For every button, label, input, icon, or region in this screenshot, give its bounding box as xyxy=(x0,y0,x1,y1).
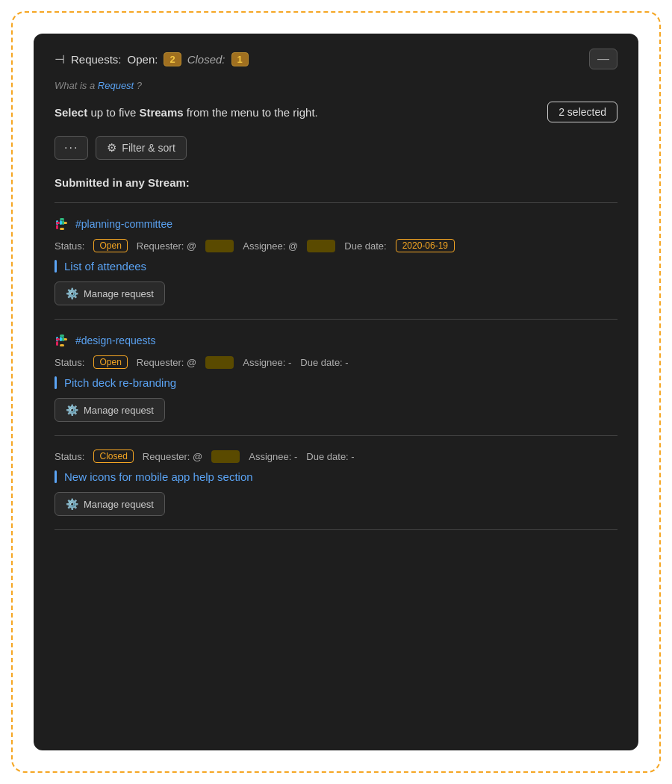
channel-row-1: #planning-committee xyxy=(55,217,617,231)
panel-content: ⊣ Requests: Open: 2 Closed: 1 — What is … xyxy=(34,34,638,750)
assignee-label-3: Assignee: - xyxy=(249,451,297,462)
select-suffix: from the menu to the right. xyxy=(187,106,318,119)
subtitle-prefix: What is a xyxy=(55,80,98,91)
manage-label-3: Manage request xyxy=(84,499,154,510)
svg-rect-15 xyxy=(62,337,64,341)
status-badge-3: Closed xyxy=(93,449,133,463)
closed-count-badge: 1 xyxy=(231,52,249,66)
meta-row-3: Status: Closed Requester: @ Assignee: - … xyxy=(55,449,617,463)
svg-rect-13 xyxy=(56,338,60,340)
status-label-3: Status: xyxy=(55,451,84,462)
status-label-2: Status: xyxy=(55,357,84,368)
title-bar-1: List of attendees xyxy=(55,260,617,273)
main-panel: ⊣ Requests: Open: 2 Closed: 1 — What is … xyxy=(34,34,638,750)
svg-rect-7 xyxy=(62,220,64,225)
svg-rect-11 xyxy=(60,344,64,346)
manage-button-2[interactable]: ⚙️ Manage request xyxy=(55,398,165,422)
divider-4 xyxy=(55,529,617,530)
svg-rect-6 xyxy=(60,220,62,225)
select-streams-row: Select up to five Streams from the menu … xyxy=(55,102,617,122)
header-row: ⊣ Requests: Open: 2 Closed: 1 — xyxy=(55,49,617,69)
due-date-value-1: 2020-06-19 xyxy=(396,239,455,252)
filter-sort-button[interactable]: ⚙ Filter & sort xyxy=(96,136,187,160)
request-title-3[interactable]: New icons for mobile app help section xyxy=(64,470,253,483)
slack-icon-1 xyxy=(55,217,69,231)
closed-label: Closed: xyxy=(187,53,225,66)
assignee-label-1: Assignee: @ xyxy=(243,240,298,252)
request-card-3: Status: Closed Requester: @ Assignee: - … xyxy=(55,449,617,516)
request-link[interactable]: Request xyxy=(98,80,134,91)
assignee-label-2: Assignee: - xyxy=(243,357,291,368)
assignee-value-1 xyxy=(307,240,335,252)
due-date-label-1: Due date: xyxy=(344,240,386,252)
status-badge-2: Open xyxy=(93,355,127,369)
channel-name-2[interactable]: #design-requests xyxy=(75,335,155,346)
status-label-1: Status: xyxy=(55,240,84,252)
gear-icon-3: ⚙️ xyxy=(66,498,78,510)
select-word: Select xyxy=(55,106,87,119)
due-date-label-2: Due date: - xyxy=(300,357,348,368)
dots-button[interactable]: ··· xyxy=(55,136,88,160)
request-title-1[interactable]: List of attendees xyxy=(64,260,146,273)
requester-label-1: Requester: @ xyxy=(137,240,196,252)
requester-value-1 xyxy=(205,240,234,252)
request-card-1: #planning-committee Status: Open Request… xyxy=(55,217,617,305)
open-label: Open: xyxy=(128,53,158,66)
manage-button-3[interactable]: ⚙️ Manage request xyxy=(55,492,165,516)
svg-rect-5 xyxy=(56,222,60,224)
svg-rect-0 xyxy=(56,225,58,229)
filter-sort-label: Filter & sort xyxy=(122,142,175,154)
manage-label-2: Manage request xyxy=(84,405,154,416)
title-bar-3: New icons for mobile app help section xyxy=(55,470,617,483)
title-bar-2: Pitch deck re-branding xyxy=(55,376,617,389)
requester-label-2: Requester: @ xyxy=(137,357,196,368)
request-title-2[interactable]: Pitch deck re-branding xyxy=(64,376,176,389)
select-middle: up to five xyxy=(90,106,139,119)
status-badge-1: Open xyxy=(93,239,127,252)
svg-rect-2 xyxy=(60,218,64,220)
requests-label: Requests: xyxy=(71,53,122,66)
manage-button-1[interactable]: ⚙️ Manage request xyxy=(55,281,165,305)
panel-icon: ⊣ xyxy=(55,52,65,66)
selected-badge-button[interactable]: 2 selected xyxy=(547,102,617,122)
request-card-2: #design-requests Status: Open Requester:… xyxy=(55,333,617,422)
streams-word: Streams xyxy=(139,106,183,119)
requester-value-2 xyxy=(205,356,234,369)
divider-2 xyxy=(55,319,617,320)
select-description: Select up to five Streams from the menu … xyxy=(55,106,318,119)
open-count-badge: 2 xyxy=(164,52,181,66)
minimize-icon: — xyxy=(597,52,609,66)
requester-value-3 xyxy=(211,450,240,463)
channel-name-1[interactable]: #planning-committee xyxy=(75,218,172,230)
divider-1 xyxy=(55,202,617,203)
channel-row-2: #design-requests xyxy=(55,333,617,348)
subtitle-suffix: ? xyxy=(137,80,142,91)
header-title: ⊣ Requests: Open: 2 Closed: 1 xyxy=(55,52,249,66)
svg-rect-14 xyxy=(60,337,62,341)
toolbar-row: ··· ⚙ Filter & sort xyxy=(55,136,617,160)
minimize-button[interactable]: — xyxy=(589,49,617,69)
slack-icon-2 xyxy=(55,333,69,348)
submitted-heading: Submitted in any Stream: xyxy=(55,176,617,189)
svg-rect-3 xyxy=(60,228,64,230)
subtitle-row: What is a Request ? xyxy=(55,80,617,91)
title-accent-3 xyxy=(55,470,57,483)
meta-row-2: Status: Open Requester: @ Assignee: - Du… xyxy=(55,355,617,369)
gear-icon-2: ⚙️ xyxy=(66,404,78,416)
meta-row-1: Status: Open Requester: @ Assignee: @ Du… xyxy=(55,239,617,252)
title-accent-2 xyxy=(55,376,57,389)
gear-icon-1: ⚙️ xyxy=(66,287,78,299)
filter-icon: ⚙ xyxy=(107,141,116,155)
manage-label-1: Manage request xyxy=(84,288,154,299)
title-accent-1 xyxy=(55,260,57,273)
divider-3 xyxy=(55,435,617,436)
due-date-label-3: Due date: - xyxy=(306,451,354,462)
svg-rect-8 xyxy=(56,341,58,346)
requester-label-3: Requester: @ xyxy=(143,451,202,462)
svg-rect-10 xyxy=(60,335,64,337)
